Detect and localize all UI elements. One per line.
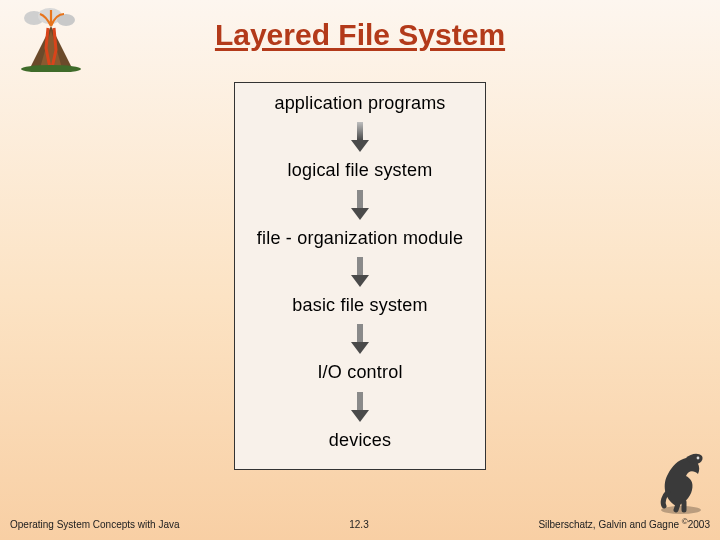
slide: Layered File System application programs… xyxy=(0,0,720,540)
layer-logical-file-system: logical file system xyxy=(288,160,433,181)
layer-diagram: application programs logical file system… xyxy=(234,82,486,470)
arrow-down-icon xyxy=(348,322,372,356)
layer-file-organization-module: file - organization module xyxy=(257,228,463,249)
arrow-down-icon xyxy=(348,255,372,289)
footer-year: 2003 xyxy=(688,520,710,531)
layer-devices: devices xyxy=(329,430,391,451)
layer-basic-file-system: basic file system xyxy=(292,295,427,316)
footer-copyright: Silberschatz, Galvin and Gagne ©2003 xyxy=(538,517,710,530)
arrow-down-icon xyxy=(348,120,372,154)
svg-marker-13 xyxy=(351,342,369,354)
arrow-down-icon xyxy=(348,390,372,424)
footer-book-title: Operating System Concepts with Java xyxy=(10,519,180,530)
footer-authors: Silberschatz, Galvin and Gagne xyxy=(538,520,681,531)
dinosaur-icon xyxy=(654,444,708,514)
svg-point-16 xyxy=(661,506,701,514)
svg-rect-14 xyxy=(357,392,363,410)
svg-marker-7 xyxy=(351,140,369,152)
svg-rect-12 xyxy=(357,324,363,342)
svg-marker-15 xyxy=(351,410,369,422)
svg-marker-11 xyxy=(351,275,369,287)
svg-point-17 xyxy=(697,457,700,460)
footer-page-number: 12.3 xyxy=(349,519,368,530)
footer: Operating System Concepts with Java 12.3… xyxy=(0,514,720,534)
svg-rect-10 xyxy=(357,257,363,275)
svg-marker-9 xyxy=(351,208,369,220)
slide-title: Layered File System xyxy=(0,18,720,52)
layer-application-programs: application programs xyxy=(274,93,445,114)
arrow-down-icon xyxy=(348,188,372,222)
svg-point-5 xyxy=(21,65,81,72)
svg-rect-6 xyxy=(357,122,363,140)
layer-io-control: I/O control xyxy=(317,362,402,383)
svg-rect-8 xyxy=(357,190,363,208)
